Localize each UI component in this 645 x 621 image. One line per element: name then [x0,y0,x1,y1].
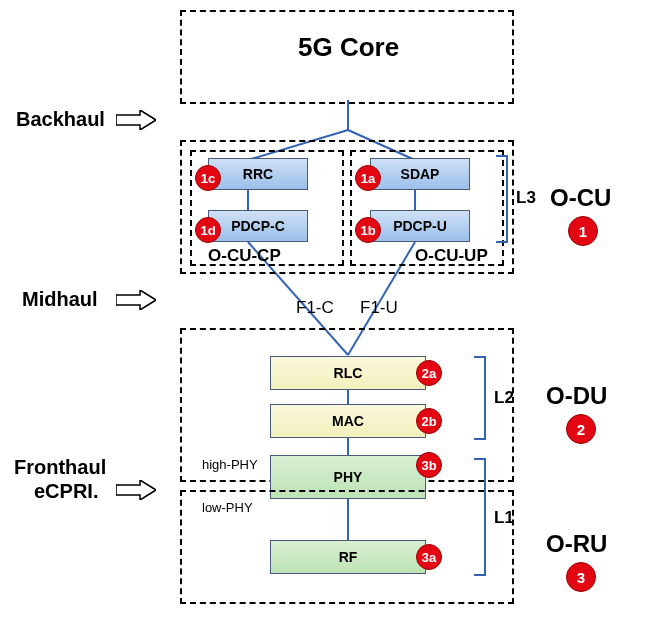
label-o-cu-cp: O-CU-CP [208,246,281,266]
label-l2: L2 [494,388,514,408]
label-fronthaul: Fronthaul [14,456,106,479]
badge-1c: 1c [195,165,221,191]
label-o-ru: O-RU [546,530,607,558]
label-o-du: O-DU [546,382,607,410]
label-f1u: F1-U [360,298,398,318]
arrow-fronthaul [116,480,156,500]
label-o-cu: O-CU [550,184,611,212]
diagram-canvas: Backhaul Midhaul Fronthaul eCPRI. 5G Cor… [0,0,645,621]
bracket-l3 [500,155,508,243]
arrow-backhaul [116,110,156,130]
bracket-l1 [478,458,486,576]
badge-3b: 3b [416,452,442,478]
label-l1: L1 [494,508,514,528]
badge-1b: 1b [355,217,381,243]
badge-1: 1 [568,216,598,246]
badge-1a: 1a [355,165,381,191]
badge-1d: 1d [195,217,221,243]
block-rf: RF [270,540,426,574]
label-l3: L3 [516,188,536,208]
block-pdcp-c: PDCP-C [208,210,308,242]
label-midhaul: Midhaul [22,288,98,311]
label-ecpri: eCPRI. [34,480,98,503]
badge-3a: 3a [416,544,442,570]
label-high-phy: high-PHY [202,457,258,472]
label-o-cu-up: O-CU-UP [415,246,488,266]
title-5g-core: 5G Core [298,32,399,63]
label-f1c: F1-C [296,298,334,318]
bracket-l2 [478,356,486,440]
badge-2a: 2a [416,360,442,386]
block-pdcp-u: PDCP-U [370,210,470,242]
badge-3: 3 [566,562,596,592]
block-sdap: SDAP [370,158,470,190]
badge-2: 2 [566,414,596,444]
block-rlc: RLC [270,356,426,390]
arrow-midhaul [116,290,156,310]
label-backhaul: Backhaul [16,108,105,131]
block-rrc: RRC [208,158,308,190]
block-mac: MAC [270,404,426,438]
badge-2b: 2b [416,408,442,434]
